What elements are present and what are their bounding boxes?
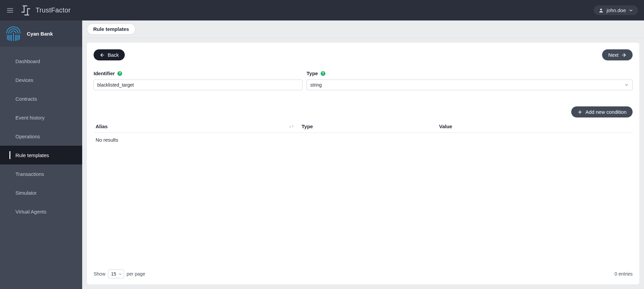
card: Back Next Identifier ?: [87, 43, 639, 284]
nav-list: Dashboard Devices Contracts Event histor…: [0, 47, 82, 221]
back-label: Back: [108, 52, 119, 58]
identifier-field: Identifier ?: [94, 70, 303, 90]
sidebar-item-dashboard[interactable]: Dashboard: [0, 52, 82, 70]
identifier-label-row: Identifier ?: [94, 70, 303, 76]
help-icon[interactable]: ?: [321, 71, 325, 76]
sidebar-item-label: Dashboard: [15, 58, 40, 64]
add-condition-label: Add new condition: [585, 109, 627, 115]
value-header-label: Value: [439, 124, 452, 129]
svg-point-5: [600, 8, 602, 10]
user-menu-button[interactable]: john.doe: [594, 5, 638, 15]
type-label-row: Type ?: [307, 70, 633, 76]
next-label: Next: [608, 52, 619, 58]
sidebar-item-contracts[interactable]: Contracts: [0, 89, 82, 108]
page-size-select[interactable]: 15: [108, 270, 124, 278]
pager-left: Show 15 per page: [94, 270, 145, 278]
sidebar-item-label: Transactions: [15, 171, 44, 177]
per-page-label: per page: [127, 271, 145, 277]
app-logo-icon: [20, 5, 32, 16]
pager: Show 15 per page 0 entries: [94, 270, 633, 278]
sidebar-item-label: Contracts: [15, 96, 37, 102]
help-icon[interactable]: ?: [117, 71, 122, 76]
main: Rule templates Back Next: [82, 20, 644, 289]
sidebar-item-label: Operations: [15, 134, 40, 139]
sort-icon: [289, 124, 294, 129]
type-field: Type ? string: [307, 70, 633, 90]
identifier-input[interactable]: [94, 80, 303, 90]
type-value: string: [310, 82, 322, 88]
conditions-block: Add new condition Alias: [94, 106, 633, 147]
type-select[interactable]: string: [307, 80, 633, 90]
column-header-value[interactable]: Value: [437, 121, 633, 133]
content: Back Next Identifier ?: [82, 38, 644, 289]
sidebar-item-rule-templates[interactable]: Rule templates: [0, 146, 82, 164]
org-name: Cyan Bank: [27, 31, 53, 37]
chevron-down-icon: [118, 272, 122, 276]
breadcrumb-pill[interactable]: Rule templates: [87, 23, 136, 35]
plus-icon: [577, 109, 583, 115]
org-logo-icon: [5, 25, 22, 42]
alias-header-label: Alias: [96, 124, 108, 129]
arrow-left-icon: [100, 52, 105, 58]
top-bar: TrustFactor john.doe: [0, 0, 644, 20]
identifier-label: Identifier: [94, 70, 115, 76]
sidebar-item-label: Rule templates: [15, 152, 49, 158]
breadcrumb-label: Rule templates: [93, 26, 129, 32]
table-empty-row: No results: [94, 133, 633, 147]
user-name: john.doe: [606, 7, 626, 13]
app-title: TrustFactor: [36, 6, 71, 14]
sidebar-item-transactions[interactable]: Transactions: [0, 164, 82, 183]
entries-count: 0 entries: [614, 271, 633, 277]
sidebar: Cyan Bank Dashboard Devices Contracts Ev…: [0, 20, 82, 289]
sidebar-item-label: Event history: [15, 115, 45, 121]
sub-header: Rule templates: [82, 20, 644, 38]
menu-toggle-button[interactable]: [6, 6, 14, 14]
org-logo: [5, 25, 22, 42]
app-brand[interactable]: TrustFactor: [20, 5, 71, 16]
show-label: Show: [94, 271, 105, 277]
empty-text: No results: [94, 133, 633, 147]
chevron-down-icon: [624, 83, 629, 87]
next-button[interactable]: Next: [602, 49, 633, 60]
page-size-value: 15: [111, 271, 116, 277]
sidebar-item-label: Simulator: [15, 190, 37, 196]
sidebar-item-devices[interactable]: Devices: [0, 70, 82, 89]
back-button[interactable]: Back: [94, 49, 125, 60]
conditions-table: Alias Type Value No results: [94, 121, 633, 147]
form-row: Identifier ? Type ? string: [94, 70, 633, 90]
sidebar-item-label: Devices: [15, 77, 33, 83]
add-condition-button[interactable]: Add new condition: [571, 106, 633, 117]
hamburger-icon: [6, 7, 14, 14]
chevron-down-icon: [629, 8, 633, 13]
column-header-type[interactable]: Type: [300, 121, 437, 133]
sidebar-item-event-history[interactable]: Event history: [0, 108, 82, 127]
sidebar-item-label: Virtual Agents: [15, 209, 46, 214]
sidebar-item-virtual-agents[interactable]: Virtual Agents: [0, 202, 82, 221]
sidebar-item-simulator[interactable]: Simulator: [0, 183, 82, 202]
column-header-alias[interactable]: Alias: [94, 121, 300, 133]
org-block[interactable]: Cyan Bank: [0, 20, 82, 47]
type-header-label: Type: [302, 124, 313, 129]
user-icon: [598, 8, 604, 13]
sidebar-item-operations[interactable]: Operations: [0, 127, 82, 146]
arrow-right-icon: [621, 52, 627, 58]
wizard-nav: Back Next: [94, 49, 633, 60]
type-label: Type: [307, 70, 318, 76]
